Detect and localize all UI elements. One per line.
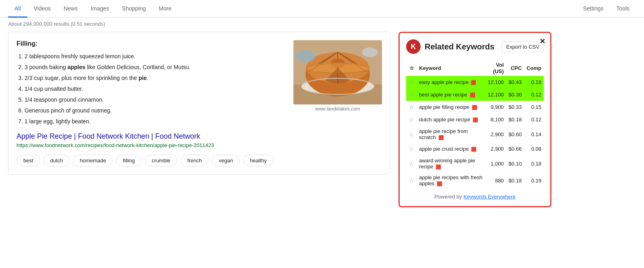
cpc-cell: $0.66 (506, 143, 524, 155)
list-item: 3 pounds baking apples like Golden Delic… (25, 63, 287, 72)
tag-crumble[interactable]: crumble (145, 155, 177, 166)
star-cell[interactable]: ☆ (406, 126, 417, 143)
star-cell[interactable]: ☆ (406, 155, 417, 172)
keyword-cell: apple pie recipe from scratch 🟥 (417, 126, 485, 143)
tab-images[interactable]: Images (84, 0, 116, 18)
tag-vegan[interactable]: vegan (212, 155, 239, 166)
star-cell[interactable]: ☆ (406, 88, 417, 101)
keywords-panel: ✕ K Related Keywords Export to CSV ☆ Key… (398, 32, 551, 207)
result-image (293, 40, 382, 104)
star-cell[interactable]: ☆ (406, 143, 417, 155)
image-caption: www.landolakes.com (293, 106, 382, 112)
vol-cell: 8,100 (485, 113, 506, 126)
comp-cell: 0.18 (524, 76, 544, 88)
tab-tools[interactable]: Tools (610, 0, 636, 18)
result-card: Filling: 2 tablespoons freshly squeezed … (8, 32, 390, 175)
list-item: 2/3 cup sugar, plus more for sprinkling … (25, 74, 287, 82)
comp-cell: 0.12 (524, 88, 544, 101)
top-navigation: All Videos News Images Shopping More Set… (0, 0, 644, 18)
keyword-icon: 🟥 (470, 92, 475, 97)
keyword-icon: 🟥 (437, 181, 442, 186)
keyword-cell: award winning apple pie recipe 🟥 (417, 155, 485, 172)
keyword-icon: 🟥 (473, 117, 478, 122)
list-item: 1/4 cup unsalted butter. (25, 85, 287, 93)
svg-point-15 (362, 47, 378, 57)
vol-header: Vol(US) (485, 60, 506, 76)
vol-cell: 2,900 (485, 143, 506, 155)
vol-cell: 880 (485, 172, 506, 189)
comp-cell: 0.12 (524, 113, 544, 126)
tag-best[interactable]: best (17, 155, 40, 166)
result-url: https://www.foodnetwork.com/recipes/food… (17, 142, 287, 148)
vol-cell: 2,900 (485, 126, 506, 143)
tag-healthy[interactable]: healthy (243, 155, 274, 166)
keyword-icon: 🟥 (438, 135, 444, 140)
tab-all[interactable]: All (8, 0, 27, 18)
list-item: Generous pinch of ground nutmeg. (25, 106, 287, 115)
related-tags: best dutch homemade filling crumble fren… (17, 155, 287, 166)
keyword-cell: dutch apple pie recipe 🟥 (417, 113, 485, 126)
bold-text: apples (68, 64, 85, 70)
cpc-cell: $0.18 (506, 113, 524, 126)
tab-videos[interactable]: Videos (27, 0, 58, 18)
comp-cell: 0.14 (524, 126, 544, 143)
results-count: About 294,000,000 results (0.51 seconds) (0, 18, 644, 32)
tag-homemade[interactable]: homemade (73, 155, 113, 166)
tag-filling[interactable]: filling (116, 155, 142, 166)
panel-header: K Related Keywords Export to CSV (406, 39, 544, 54)
recipe-list: 2 tablespoons freshly squeezed lemon jui… (17, 52, 287, 126)
list-item: 1 large egg, lightly beaten. (25, 117, 287, 126)
star-cell[interactable]: ☆ (406, 172, 417, 189)
keyword-icon: 🟥 (436, 164, 441, 169)
cpc-cell: $0.18 (506, 172, 524, 189)
result-link[interactable]: Apple Pie Recipe | Food Network Kitchen … (17, 132, 287, 141)
cpc-cell: $0.33 (506, 101, 524, 113)
panel-title: Related Keywords (425, 42, 498, 51)
vol-cell: 12,100 (485, 76, 506, 88)
keyword-cell: best apple pie recipe 🟥 (417, 88, 485, 101)
star-cell[interactable]: ☆ (406, 113, 417, 126)
star-cell[interactable]: ☆ (406, 101, 417, 113)
export-csv-button[interactable]: Export to CSV (502, 41, 544, 52)
table-row: ☆ apple pie crust recipe 🟥 2,900 $0.66 0… (406, 143, 544, 155)
footer-text: Powered by (434, 194, 463, 200)
keyword-icon: 🟥 (471, 80, 476, 85)
tab-news[interactable]: News (57, 0, 84, 18)
keywords-table: ☆ Keyword Vol(US) CPC Comp ☆ easy apple … (406, 60, 544, 189)
main-layout: Filling: 2 tablespoons freshly squeezed … (0, 32, 644, 207)
keyword-header: Keyword (417, 60, 485, 76)
list-item: 1/4 teaspoon ground cinnamon. (25, 96, 287, 104)
comp-cell: 0.08 (524, 143, 544, 155)
table-row: ☆ dutch apple pie recipe 🟥 8,100 $0.18 0… (406, 113, 544, 126)
result-text: Filling: 2 tablespoons freshly squeezed … (17, 40, 287, 166)
table-row: ☆ easy apple pie recipe 🟥 12,100 $0.43 0… (406, 76, 544, 88)
keyword-icon: 🟥 (472, 105, 477, 110)
table-row: ☆ apple pie recipe from scratch 🟥 2,900 … (406, 126, 544, 143)
tab-shopping[interactable]: Shopping (116, 0, 152, 18)
comp-cell: 0.15 (524, 101, 544, 113)
star-header: ☆ (406, 60, 417, 76)
tab-more[interactable]: More (152, 0, 178, 18)
keyword-cell: easy apple pie recipe 🟥 (417, 76, 485, 88)
vol-cell: 12,100 (485, 88, 506, 101)
cpc-cell: $0.43 (506, 76, 524, 88)
panel-footer: Powered by Keywords Everywhere (406, 194, 544, 200)
tag-dutch[interactable]: dutch (43, 155, 70, 166)
tag-french[interactable]: french (180, 155, 208, 166)
keyword-cell: apple pie filling recipe 🟥 (417, 101, 485, 113)
table-row: ☆ apple pie recipes with fresh apples 🟥 … (406, 172, 544, 189)
keyword-cell: apple pie recipes with fresh apples 🟥 (417, 172, 485, 189)
cpc-cell: $0.10 (506, 155, 524, 172)
keywords-everywhere-link[interactable]: Keywords Everywhere (463, 194, 515, 200)
keyword-icon: 🟥 (471, 147, 477, 151)
comp-header: Comp (524, 60, 544, 76)
table-row: ☆ award winning apple pie recipe 🟥 1,000… (406, 155, 544, 172)
svg-point-14 (295, 50, 316, 62)
list-item: 2 tablespoons freshly squeezed lemon jui… (25, 52, 287, 61)
tab-settings[interactable]: Settings (577, 0, 610, 18)
close-icon[interactable]: ✕ (539, 37, 545, 46)
comp-cell: 0.19 (524, 172, 544, 189)
vol-cell: 9,900 (485, 101, 506, 113)
star-cell[interactable]: ☆ (406, 76, 417, 88)
cpc-cell: $0.30 (506, 88, 524, 101)
